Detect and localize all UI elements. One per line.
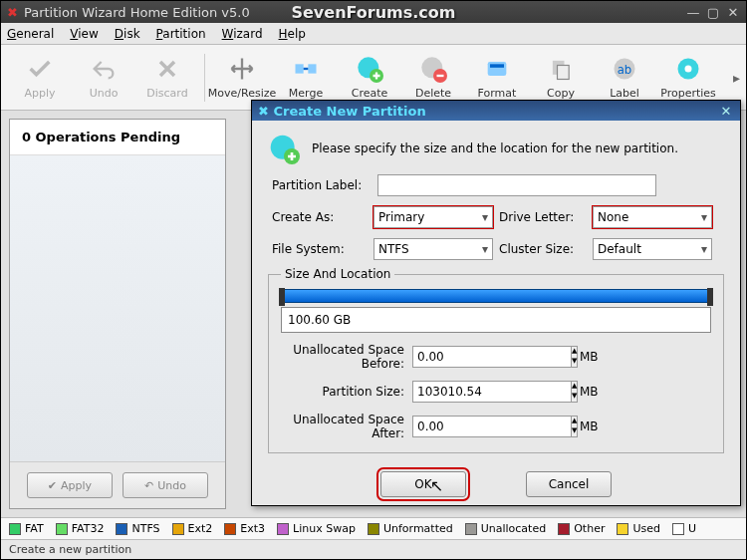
svg-rect-9	[558, 66, 570, 80]
cluster-size-select[interactable]: Default	[593, 238, 712, 260]
svg-rect-0	[296, 64, 304, 73]
menu-partition[interactable]: Partition	[156, 27, 206, 41]
label-drive-letter: Drive Letter:	[499, 210, 587, 224]
slider-handle-right[interactable]	[707, 288, 713, 306]
chevron-down-icon[interactable]: ▼	[572, 426, 577, 436]
legend: FAT FAT32 NTFS Ext2 Ext3 Linux Swap Unfo…	[1, 517, 746, 539]
create-as-select[interactable]: Primary	[374, 206, 493, 228]
watermark: SevenForums.com	[291, 3, 455, 22]
operations-panel: 0 Operations Pending ✔Apply ↶Undo	[9, 119, 226, 509]
swatch-unused	[672, 523, 684, 535]
menu-wizard[interactable]: Wizard	[222, 27, 263, 41]
toolbar-overflow[interactable]: ▸	[733, 70, 740, 86]
toolbar-undo[interactable]: Undo	[73, 49, 134, 107]
space-before-input[interactable]: ▲▼	[412, 346, 572, 368]
partition-slider[interactable]	[281, 289, 711, 303]
ops-apply-button[interactable]: ✔Apply	[27, 472, 113, 498]
toolbar-apply[interactable]: Apply	[9, 49, 71, 107]
label-space-after: Unallocated Space After:	[281, 413, 404, 440]
partition-label-input[interactable]	[377, 174, 656, 196]
menubar: General View Disk Partition Wizard Help	[1, 23, 746, 45]
dialog-title: Create New Partition	[273, 104, 425, 119]
toolbar-copy[interactable]: Copy	[530, 49, 592, 107]
unit-mb: MB	[580, 385, 679, 399]
svg-point-13	[685, 66, 692, 73]
svg-rect-7	[490, 64, 504, 68]
toolbar-moveresize[interactable]: Move/Resize	[211, 49, 273, 107]
label-file-system: File System:	[272, 242, 368, 256]
operations-header: 0 Operations Pending	[10, 120, 225, 155]
chevron-down-icon[interactable]: ▼	[572, 392, 577, 402]
unit-mb: MB	[580, 350, 679, 364]
svg-rect-1	[308, 64, 316, 73]
window-title: Partition Wizard Home Edition v5.0	[24, 5, 250, 20]
swatch-fat	[9, 523, 21, 535]
toolbar-discard[interactable]: Discard	[136, 49, 198, 107]
swatch-swap	[277, 523, 289, 535]
toolbar-label[interactable]: abLabel	[594, 49, 655, 107]
check-icon: ✔	[48, 479, 57, 492]
drive-letter-select[interactable]: None	[593, 206, 712, 228]
menu-disk[interactable]: Disk	[115, 27, 140, 41]
menu-view[interactable]: View	[70, 27, 98, 41]
file-system-select[interactable]: NTFS	[374, 238, 493, 260]
menu-general[interactable]: General	[7, 27, 54, 41]
swatch-ext2	[172, 523, 184, 535]
label-create-as: Create As:	[272, 210, 368, 224]
menu-help[interactable]: Help	[279, 27, 306, 41]
status-text: Create a new partition	[9, 543, 131, 556]
statusbar: Create a new partition	[1, 539, 746, 559]
chevron-up-icon[interactable]: ▲	[572, 382, 577, 392]
swatch-fat32	[56, 523, 68, 535]
ops-undo-button[interactable]: ↶Undo	[123, 472, 208, 498]
cancel-button[interactable]: Cancel	[526, 471, 612, 497]
app-icon: ✖	[7, 5, 18, 20]
svg-text:ab: ab	[618, 63, 632, 77]
toolbar-create[interactable]: Create	[339, 49, 400, 107]
close-button[interactable]: ✕	[726, 5, 740, 20]
swatch-other	[558, 523, 570, 535]
space-after-input[interactable]: ▲▼	[412, 416, 572, 437]
titlebar: ✖ Partition Wizard Home Edition v5.0 Sev…	[1, 1, 746, 23]
chevron-up-icon[interactable]: ▲	[572, 417, 577, 426]
operations-list	[10, 155, 225, 461]
swatch-used	[617, 523, 628, 535]
toolbar-delete[interactable]: Delete	[402, 49, 464, 107]
chevron-up-icon[interactable]: ▲	[572, 347, 577, 357]
label-partition-size: Partition Size:	[281, 385, 404, 399]
dialog-app-icon: ✖	[258, 104, 269, 119]
swatch-ext3	[224, 523, 236, 535]
dialog-titlebar: ✖ Create New Partition ✕	[252, 101, 740, 121]
maximize-button[interactable]: ▢	[706, 5, 720, 20]
ok-button[interactable]: OK	[380, 471, 466, 497]
toolbar-format[interactable]: Format	[466, 49, 528, 107]
swatch-ntfs	[116, 523, 127, 535]
swatch-unformatted	[368, 523, 379, 535]
disk-plus-icon	[268, 133, 300, 164]
label-space-before: Unallocated Space Before:	[281, 343, 404, 371]
swatch-unallocated	[465, 523, 477, 535]
slider-handle-left[interactable]	[279, 288, 285, 306]
label-partition-label: Partition Label:	[272, 178, 372, 192]
label-cluster-size: Cluster Size:	[499, 242, 587, 256]
toolbar-merge[interactable]: Merge	[275, 49, 337, 107]
undo-icon: ↶	[144, 479, 153, 492]
svg-rect-6	[488, 62, 507, 76]
toolbar-properties[interactable]: Properties	[657, 49, 719, 107]
chevron-down-icon[interactable]: ▼	[572, 357, 577, 367]
minimize-button[interactable]: —	[686, 5, 700, 20]
size-location-label: Size And Location	[281, 267, 394, 281]
partition-size-input[interactable]: ▲▼	[412, 381, 572, 403]
create-partition-dialog: ✖ Create New Partition ✕ Please specify …	[251, 100, 741, 506]
total-size-display: 100.60 GB	[281, 307, 711, 333]
unit-mb: MB	[580, 420, 679, 433]
size-location-group: Size And Location 100.60 GB Unallocated …	[268, 274, 724, 453]
dialog-close-button[interactable]: ✕	[718, 104, 734, 119]
dialog-instruction: Please specify the size and the location…	[312, 141, 678, 155]
